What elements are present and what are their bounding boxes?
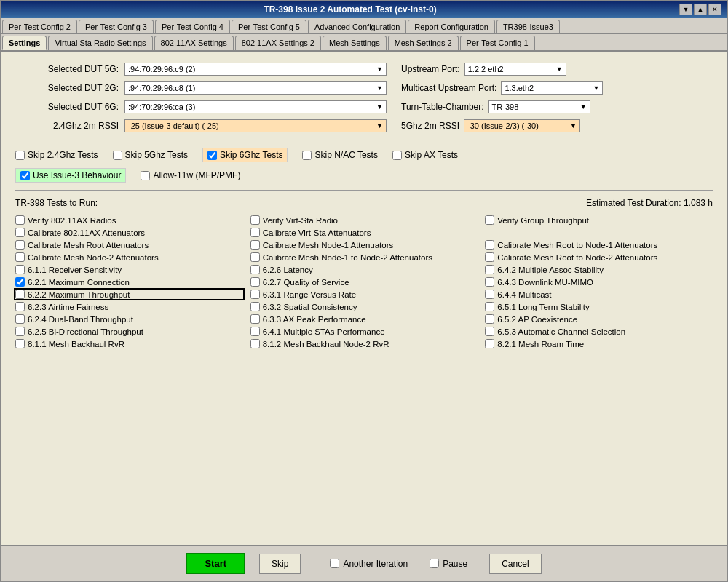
- tab-settings[interactable]: Settings: [2, 36, 47, 50]
- tab-report-configuration[interactable]: Report Configuration: [408, 20, 495, 33]
- test-633-checkbox[interactable]: [250, 314, 260, 324]
- test-625-bidirectional-throughput[interactable]: 6.2.5 Bi-Directional Throughput: [15, 327, 243, 336]
- test-623-checkbox[interactable]: [15, 302, 25, 311]
- test-calibrate-80211ax-checkbox[interactable]: [15, 228, 25, 237]
- allow11w-checkbox-item[interactable]: Allow-11w (MFP/PMF): [141, 170, 240, 180]
- test-calibrate-mesh-root-node1-attenuators[interactable]: Calibrate Mesh Root to Node-1 Attenuator…: [485, 240, 713, 250]
- skip5-checkbox-item[interactable]: Skip 5Ghz Tests: [113, 150, 188, 160]
- skip24-checkbox[interactable]: [15, 151, 25, 160]
- test-verify-virtsta-radio[interactable]: Verify Virt-Sta Radio: [250, 215, 478, 225]
- test-632-checkbox[interactable]: [250, 302, 260, 311]
- test-verify-80211ax-radios-checkbox[interactable]: [15, 215, 25, 225]
- test-verify-virtsta-radio-checkbox[interactable]: [250, 215, 260, 225]
- test-821-checkbox[interactable]: [485, 339, 494, 348]
- test-calibrate-80211ax-attenuators[interactable]: Calibrate 802.11AX Attenuators: [15, 228, 243, 237]
- test-verify-80211ax-radios[interactable]: Verify 802.11AX Radios: [15, 215, 243, 225]
- tab-tr398-issue3[interactable]: TR398-Issue3: [496, 20, 560, 33]
- test-651-long-term-stability[interactable]: 6.5.1 Long Term Stability: [485, 302, 713, 311]
- test-calibrate-mesh-root-node1-checkbox[interactable]: [485, 240, 494, 250]
- test-calibrate-virtsta-attenuators[interactable]: Calibrate Virt-Sta Attenuators: [250, 228, 478, 237]
- test-643-downlink-mumimo[interactable]: 6.4.3 Downlink MU-MIMO: [485, 277, 713, 287]
- tab-mesh-settings-2[interactable]: Mesh Settings 2: [388, 36, 459, 50]
- cancel-button[interactable]: Cancel: [489, 554, 541, 574]
- upstream-dropdown[interactable]: 1.2.2 eth2 ▼: [464, 63, 566, 76]
- multicast-dropdown[interactable]: 1.3.eth2 ▼: [501, 81, 603, 95]
- rssi24-dropdown[interactable]: -25 (Issue-3 default) (-25) ▼: [124, 119, 387, 132]
- skip5-checkbox[interactable]: [113, 151, 122, 160]
- start-button[interactable]: Start: [186, 553, 245, 574]
- test-821-mesh-roam-time[interactable]: 8.2.1 Mesh Roam Time: [485, 339, 713, 348]
- test-verify-group-throughput-checkbox[interactable]: [485, 215, 494, 225]
- test-calibrate-mesh-root-checkbox[interactable]: [15, 240, 25, 250]
- skip-button[interactable]: Skip: [259, 554, 301, 574]
- test-611-checkbox[interactable]: [15, 265, 25, 274]
- test-calibrate-mesh-node1-checkbox[interactable]: [250, 240, 260, 250]
- test-812-mesh-backhaul-node2-rvr[interactable]: 8.1.2 Mesh Backhaul Node-2 RvR: [250, 339, 478, 348]
- test-calibrate-mesh-root-attenuators[interactable]: Calibrate Mesh Root Attenuators: [15, 240, 243, 250]
- test-calibrate-mesh-node2-attenuators[interactable]: Calibrate Mesh Node-2 Attenuators: [15, 252, 243, 262]
- maximize-button[interactable]: ▲: [694, 4, 707, 15]
- skipax-checkbox[interactable]: [392, 151, 402, 160]
- test-641-multiple-stas-performance[interactable]: 6.4.1 Multiple STAs Performance: [250, 327, 478, 336]
- test-643-checkbox[interactable]: [485, 277, 494, 287]
- skip6-checkbox-item[interactable]: Skip 6Ghz Tests: [202, 148, 288, 162]
- test-652-ap-coexistence[interactable]: 6.5.2 AP Coexistence: [485, 314, 713, 324]
- rssi5-dropdown[interactable]: -30 (Issue-2/3) (-30) ▼: [464, 119, 580, 132]
- test-calibrate-mesh-node1-node2[interactable]: Calibrate Mesh Node-1 to Node-2 Attenuat…: [250, 252, 478, 262]
- test-calibrate-mesh-node1-attenuators[interactable]: Calibrate Mesh Node-1 Attenuators: [250, 240, 478, 250]
- dut5g-dropdown[interactable]: :94:70:29:96:c9 (2) ▼: [124, 63, 387, 76]
- test-641-checkbox[interactable]: [250, 327, 260, 336]
- test-811-checkbox[interactable]: [15, 339, 25, 348]
- allow11w-checkbox[interactable]: [141, 171, 150, 180]
- test-812-checkbox[interactable]: [250, 339, 260, 348]
- test-624-dual-band-throughput[interactable]: 6.2.4 Dual-Band Throughput: [15, 314, 243, 324]
- test-611-receiver-sensitivity[interactable]: 6.1.1 Receiver Sensitivity: [15, 265, 243, 274]
- tab-virtual-sta-radio-settings[interactable]: Virtual Sta Radio Settings: [48, 36, 152, 50]
- test-627-quality-of-service[interactable]: 6.2.7 Quality of Service: [250, 277, 478, 287]
- tab-advanced-configuration[interactable]: Advanced Configuration: [308, 20, 406, 33]
- test-calibrate-mesh-root-node2[interactable]: Calibrate Mesh Root to Node-2 Attenuator…: [485, 252, 713, 262]
- test-631-range-versus-rate[interactable]: 6.3.1 Range Versus Rate: [250, 290, 478, 299]
- close-button[interactable]: ✕: [708, 4, 721, 15]
- tab-80211ax-settings-2[interactable]: 802.11AX Settings 2: [235, 36, 321, 50]
- tab-per-test-config-2[interactable]: Per-Test Config 2: [2, 20, 77, 33]
- test-calibrate-virtsta-checkbox[interactable]: [250, 228, 260, 237]
- test-622-checkbox[interactable]: [15, 290, 25, 299]
- test-642-multiple-assoc-stability[interactable]: 6.4.2 Multiple Assoc Stability: [485, 265, 713, 274]
- test-622-maximum-throughput[interactable]: 6.2.2 Maximum Throughput: [15, 290, 243, 299]
- test-644-multicast[interactable]: 6.4.4 Multicast: [485, 290, 713, 299]
- test-623-airtime-fairness[interactable]: 6.2.3 Airtime Fairness: [15, 302, 243, 311]
- test-633-ax-peak-performance[interactable]: 6.3.3 AX Peak Performance: [250, 314, 478, 324]
- dut2g-dropdown[interactable]: :94:70:29:96:c8 (1) ▼: [124, 81, 387, 95]
- test-calibrate-mesh-node2-checkbox[interactable]: [15, 252, 25, 262]
- skipnac-checkbox-item[interactable]: Skip N/AC Tests: [302, 150, 377, 160]
- another-iteration-checkbox[interactable]: [330, 559, 339, 568]
- test-653-checkbox[interactable]: [485, 327, 494, 336]
- test-626-latency[interactable]: 6.2.6 Latency: [250, 265, 478, 274]
- test-653-automatic-channel-selection[interactable]: 6.5.3 Automatic Channel Selection: [485, 327, 713, 336]
- test-811-mesh-backhaul-rvr[interactable]: 8.1.1 Mesh Backhaul RvR: [15, 339, 243, 348]
- tab-mesh-settings[interactable]: Mesh Settings: [323, 36, 387, 50]
- tab-80211ax-settings[interactable]: 802.11AX Settings: [154, 36, 234, 50]
- turntable-dropdown[interactable]: TR-398 ▼: [488, 100, 590, 113]
- tab-per-test-config-4[interactable]: Per-Test Config 4: [155, 20, 230, 33]
- test-651-checkbox[interactable]: [485, 302, 494, 311]
- test-632-spatial-consistency[interactable]: 6.3.2 Spatial Consistency: [250, 302, 478, 311]
- test-calibrate-mesh-node1-node2-checkbox[interactable]: [250, 252, 260, 262]
- skipax-checkbox-item[interactable]: Skip AX Tests: [392, 150, 458, 160]
- test-624-checkbox[interactable]: [15, 314, 25, 324]
- skip6-checkbox[interactable]: [207, 151, 217, 160]
- test-calibrate-mesh-root-node2-checkbox[interactable]: [485, 252, 494, 262]
- issue3-checkbox-item[interactable]: Use Issue-3 Behaviour: [15, 168, 126, 183]
- pause-checkbox[interactable]: [430, 559, 439, 568]
- test-626-checkbox[interactable]: [250, 265, 260, 274]
- test-644-checkbox[interactable]: [485, 290, 494, 299]
- tab-per-test-config-1[interactable]: Per-Test Config 1: [460, 36, 535, 50]
- test-verify-group-throughput[interactable]: Verify Group Throughput: [485, 215, 713, 225]
- test-652-checkbox[interactable]: [485, 314, 494, 324]
- test-621-maximum-connection[interactable]: 6.2.1 Maximum Connection: [15, 277, 243, 287]
- issue3-checkbox[interactable]: [20, 171, 30, 180]
- skipnac-checkbox[interactable]: [302, 151, 312, 160]
- skip24-checkbox-item[interactable]: Skip 2.4Ghz Tests: [15, 150, 98, 160]
- test-642-checkbox[interactable]: [485, 265, 494, 274]
